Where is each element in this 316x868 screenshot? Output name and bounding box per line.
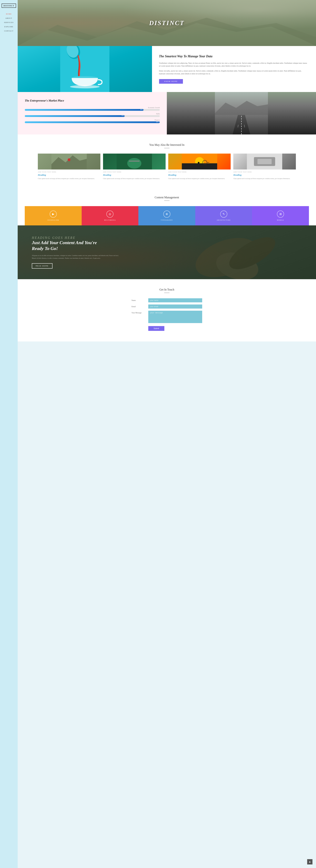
mgmt-tab-architecture[interactable]: ✎ ARCHITECTURE	[195, 206, 252, 225]
hero-section: DISTINCT	[18, 0, 316, 46]
mgmt-tab-icon: ⊞	[277, 211, 284, 218]
progress-item: Projects	[25, 119, 160, 123]
smart-data-para2: Donec mi nulla, auctor nec sem a, ornare…	[159, 69, 307, 75]
section-divider-2	[164, 200, 170, 201]
smart-data-para1: Vestibulum volutpat nisi eros adipiscing…	[159, 62, 307, 67]
contact-section: Get In Touch Name Email Your Message Sub…	[18, 279, 316, 341]
interested-heading: You May Also Be Interested In	[25, 143, 309, 147]
progress-bar-bg	[25, 115, 160, 117]
submit-button[interactable]: Submit	[148, 326, 164, 331]
card-text: Class aptent taciti sociosqu ad litora t…	[168, 178, 231, 180]
name-row: Name	[132, 298, 202, 302]
hero-cta-section: HEADING GOES HERE Just Add Your Content …	[18, 225, 316, 279]
progress-label: Economic Growth	[25, 107, 160, 108]
card-heading: Heading	[38, 174, 100, 176]
entrepreneur-heading: The Entrepreneur's Market Place	[25, 99, 160, 102]
know-more-button[interactable]: Know More	[159, 79, 183, 84]
interested-section: You May Also Be Interested In ADD YOUR T…	[18, 134, 316, 187]
mgmt-tab-label: TYPOGRAPHY	[161, 219, 173, 221]
sidebar-nav-item-home[interactable]: HOME	[6, 13, 12, 15]
mgmt-tab-label: ARCHITECTURE	[217, 219, 231, 221]
mgmt-tab-label: JOURNALISM	[47, 219, 59, 221]
mgmt-tab-icon: ✎	[220, 211, 227, 218]
hero-cta-subtitle: HEADING GOES HERE	[32, 236, 302, 240]
progress-bar-bg	[25, 121, 160, 123]
main-content: DISTINCT	[18, 0, 316, 341]
sidebar-logo[interactable]: DISTINCT	[2, 4, 16, 8]
interest-card: ADD YOUR TEXT HERE Heading Class aptent …	[168, 154, 231, 180]
interest-card: ADD YOUR TEXT HERE Heading Class aptent …	[103, 154, 166, 180]
contact-heading: Get In Touch	[25, 288, 309, 291]
card-tag: ADD YOUR TEXT HERE	[103, 171, 166, 173]
svg-rect-20	[182, 163, 217, 169]
smart-data-section: The Smartest Way To Manage Your Data Ves…	[18, 46, 316, 92]
content-mgmt-section: Content Management ▶ JOURNALISM ◎ MULTIM…	[18, 187, 316, 225]
road-svg	[167, 92, 316, 134]
card-text: Class aptent taciti sociosqu ad litora t…	[38, 178, 100, 180]
card-heading: Heading	[168, 174, 231, 176]
tea-illustration-svg	[18, 46, 152, 92]
interest-card: ADD YOUR TEXT HERE Heading Class aptent …	[38, 154, 100, 180]
progress-label: Projects	[25, 119, 160, 121]
contact-form: Name Email Your Message Submit	[132, 298, 202, 331]
message-row: Your Message	[132, 311, 202, 323]
sidebar-nav-item-contact[interactable]: CONTACT	[4, 30, 13, 32]
smart-data-image-inner	[18, 46, 152, 92]
road-image	[167, 92, 316, 134]
hero-cta-content: HEADING GOES HERE Just Add Your Content …	[32, 236, 302, 269]
mgmt-tab-multimedia[interactable]: ◎ MULTIMEDIA	[82, 206, 139, 225]
sidebar-nav-item-about[interactable]: ABOUT	[5, 17, 12, 19]
hero-cta-title: Just Add Your Content And You'reReady To…	[32, 240, 302, 252]
mgmt-tab-icon: ◎	[106, 211, 113, 218]
sidebar-nav-item-explore[interactable]: EXPLORE	[4, 26, 13, 28]
mgmt-tab-mobile[interactable]: ⊞ MOBILE	[252, 206, 309, 225]
card-image	[168, 154, 231, 169]
svg-point-16	[127, 158, 141, 168]
mgmt-tabs: ▶ JOURNALISM ◎ MULTIMEDIA ⊕ TYPOGRAPHY ✎…	[25, 206, 309, 225]
progress-item: Skills	[25, 113, 160, 117]
mgmt-tab-label: MOBILE	[277, 219, 284, 221]
smart-data-heading: The Smartest Way To Manage Your Data	[159, 55, 307, 58]
hero-cta-text: Aliquam at est sit nibh sed massa interd…	[32, 254, 120, 260]
entrepreneur-road-image	[167, 92, 316, 134]
section-divider-1	[164, 148, 170, 148]
card-tag: ADD YOUR TEXT HERE	[233, 171, 296, 173]
interest-card: ADD YOUR TEXT HERE Heading Class aptent …	[233, 154, 296, 180]
card-tag: ADD YOUR TEXT HERE	[168, 171, 231, 173]
progress-label: Skills	[25, 113, 160, 115]
card-heading: Heading	[103, 174, 166, 176]
smart-data-image	[18, 46, 152, 92]
card-image	[233, 154, 296, 169]
hero-title: DISTINCT	[149, 19, 184, 27]
mgmt-tab-icon: ⊕	[163, 211, 170, 218]
mgmt-tab-icon: ▶	[50, 211, 57, 218]
progress-bar-fill	[25, 115, 125, 117]
card-heading: Heading	[233, 174, 296, 176]
mgmt-tab-label: MULTIMEDIA	[104, 219, 116, 221]
progress-bar-fill	[25, 109, 143, 111]
smart-data-text: The Smartest Way To Manage Your Data Ves…	[152, 46, 316, 92]
card-image	[103, 154, 166, 169]
svg-point-14	[68, 158, 71, 161]
message-textarea[interactable]	[148, 311, 202, 323]
progress-bars-container: Economic Growth Skills Projects	[25, 107, 160, 123]
sidebar-nav-item-services[interactable]: SERVICES	[4, 22, 13, 23]
name-label: Name	[132, 298, 146, 301]
read-more-button[interactable]: READ MORE	[32, 263, 52, 269]
mgmt-tab-typography[interactable]: ⊕ TYPOGRAPHY	[138, 206, 195, 225]
email-input[interactable]	[148, 305, 202, 309]
name-input[interactable]	[148, 298, 202, 302]
mgmt-tab-journalism[interactable]: ▶ JOURNALISM	[25, 206, 82, 225]
progress-bar-fill	[25, 121, 160, 123]
svg-rect-26	[257, 159, 272, 164]
entrepreneur-left: The Entrepreneur's Market Place Economic…	[18, 92, 167, 134]
progress-item: Economic Growth	[25, 107, 160, 111]
progress-bar-bg	[25, 109, 160, 111]
cards-grid: ADD YOUR TEXT HERE Heading Class aptent …	[25, 154, 309, 180]
card-tag: ADD YOUR TEXT HERE	[38, 171, 100, 173]
sidebar: DISTINCT HOMEABOUTSERVICESEXPLORECONTACT	[0, 0, 18, 341]
entrepreneur-section: The Entrepreneur's Market Place Economic…	[18, 92, 316, 134]
sidebar-nav: HOMEABOUTSERVICESEXPLORECONTACT	[4, 13, 13, 32]
svg-rect-17	[129, 161, 140, 161]
section-divider-3	[164, 292, 170, 293]
